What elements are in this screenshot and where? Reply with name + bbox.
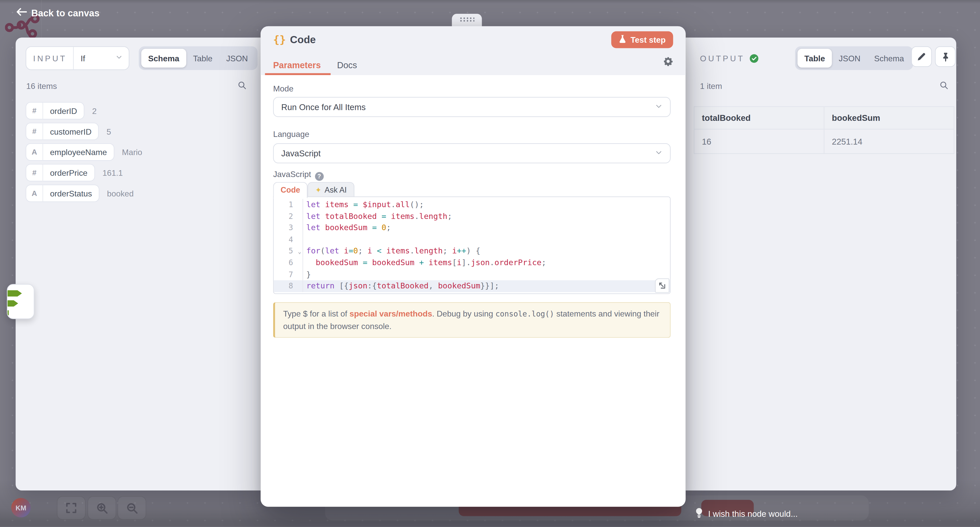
output-table-body: 162251.14 (694, 129, 954, 153)
schema-item: AemployeeNameMario (25, 144, 142, 160)
field-name: orderStatus (43, 188, 99, 198)
line-number: 6 (274, 257, 303, 269)
language-label: Language (273, 129, 309, 139)
field-name: employeeName (43, 147, 114, 157)
field-value: 161.1 (103, 168, 123, 177)
code-line[interactable]: return [{json:{totalBooked, bookedSum}}]… (303, 281, 670, 292)
mode-select[interactable]: Run Once for All Items (273, 97, 671, 117)
field-value: booked (107, 188, 134, 198)
code-line[interactable]: for(let i=0; i < items.length; i++) { (303, 246, 670, 257)
field-type-icon: A (26, 144, 43, 160)
zoom-in-button (88, 496, 116, 520)
language-select[interactable]: JavaScript (273, 143, 671, 163)
pencil-icon (917, 52, 926, 61)
tab-json[interactable]: JSON (832, 49, 867, 67)
code-line[interactable] (303, 234, 670, 246)
pin-data-button[interactable] (935, 46, 956, 67)
field-type-icon: # (26, 123, 43, 139)
schema-field-pill[interactable]: #customerID (25, 123, 99, 140)
line-number: 8 (274, 281, 303, 292)
line-number: 7 (274, 269, 303, 281)
wish-node-button[interactable]: I wish this node would... (695, 507, 797, 520)
lightbulb-icon (695, 507, 703, 520)
editor-hint: Type $ for a list of special vars/method… (273, 302, 671, 338)
drag-dots-icon (460, 17, 474, 22)
code-editor[interactable]: 1let items = $input.all();2let totalBook… (273, 196, 671, 294)
input-source-select[interactable]: If (74, 53, 129, 63)
code-line[interactable]: let items = $input.all(); (303, 199, 670, 211)
code-line[interactable]: let totalBooked = items.length; (303, 211, 670, 222)
pin-icon (941, 52, 950, 62)
expand-icon (658, 281, 667, 290)
schema-field-pill[interactable]: #orderPrice (25, 164, 95, 182)
screen: KM Back to canvas I wish this node would… (0, 0, 980, 527)
special-vars-link[interactable]: special vars/methods (350, 309, 432, 319)
code-lines: 1let items = $input.all();2let totalBook… (274, 197, 670, 292)
if-node-icon (7, 284, 34, 318)
code-line[interactable]: let bookedSum = 0; (303, 222, 670, 234)
field-type-icon: # (26, 103, 43, 119)
sparkles-icon: ✦ (315, 186, 321, 195)
if-node-badge[interactable] (7, 284, 35, 319)
success-check-icon (749, 54, 759, 63)
line-number: 4 (274, 234, 303, 246)
back-label: Back to canvas (31, 7, 100, 18)
modal-tabs: Parameters Docs (273, 60, 357, 70)
tab-json[interactable]: JSON (219, 49, 255, 67)
schema-field-pill[interactable]: AorderStatus (25, 184, 99, 202)
tab-table[interactable]: Table (186, 49, 219, 67)
tab-schema[interactable]: Schema (867, 49, 911, 67)
tab-ask-ai[interactable]: ✦ Ask AI (308, 182, 354, 198)
table-cell: 2251.14 (824, 129, 954, 153)
expand-editor-button[interactable] (655, 278, 670, 293)
node-title[interactable]: Code (290, 34, 316, 46)
table-row: 162251.14 (694, 129, 954, 153)
editor-label: JavaScript? (273, 169, 324, 180)
edit-output-button[interactable] (912, 46, 932, 67)
active-tab-underline (265, 73, 331, 75)
field-value: 5 (107, 127, 111, 136)
input-panel: INPUT If SchemaTableJSON 16 items #order… (16, 38, 261, 490)
editor-tabs: Code ✦ Ask AI (273, 182, 354, 198)
node-settings-gear-icon[interactable] (663, 56, 673, 69)
schema-field-pill[interactable]: AemployeeName (25, 143, 115, 161)
chevron-down-icon (654, 102, 663, 112)
zoom-out-button (118, 496, 146, 520)
modal-drag-handle[interactable] (452, 14, 482, 27)
input-items-count: 16 items (26, 81, 57, 91)
fold-icon[interactable]: ⌄ (298, 246, 301, 258)
modal-header: {} Code Test step Parameters Docs (261, 26, 686, 75)
back-to-canvas-button[interactable]: Back to canvas (16, 7, 100, 18)
input-source-box: INPUT If (25, 46, 129, 70)
code-node-icon: {} (273, 33, 286, 46)
tab-code[interactable]: Code (273, 182, 307, 198)
output-search-icon[interactable] (939, 81, 949, 93)
chevron-down-icon (654, 148, 663, 159)
input-search-icon[interactable] (238, 81, 247, 93)
column-header: bookedSum (824, 107, 954, 129)
line-number: 5⌄ (274, 246, 303, 257)
tab-schema[interactable]: Schema (141, 49, 186, 67)
table-cell: 16 (694, 129, 824, 153)
test-step-button[interactable]: Test step (611, 31, 673, 48)
tab-table[interactable]: Table (797, 49, 832, 67)
output-table: totalBookedbookedSum 162251.14 (694, 106, 954, 154)
field-name: orderID (43, 106, 84, 115)
output-items-count: 1 item (700, 81, 722, 91)
schema-field-pill[interactable]: #orderID (25, 102, 84, 120)
code-line[interactable]: bookedSum = bookedSum + items[i].json.or… (303, 257, 670, 269)
code-line[interactable]: } (303, 269, 670, 281)
line-number: 2 (274, 211, 303, 222)
output-table-header: totalBookedbookedSum (694, 107, 954, 129)
input-schema-list: #orderID2#customerID5AemployeeNameMario#… (25, 103, 142, 201)
avatar: KM (11, 498, 30, 517)
fit-view-button (57, 496, 86, 520)
schema-item: #customerID5 (25, 123, 142, 139)
output-view-tabs: TableJSONSchema (795, 46, 913, 70)
help-icon[interactable]: ? (315, 172, 324, 180)
output-label: OUTPUT (700, 54, 759, 63)
line-number: 1 (274, 199, 303, 211)
tab-docs[interactable]: Docs (337, 60, 357, 70)
tab-parameters[interactable]: Parameters (273, 60, 321, 70)
field-name: orderPrice (43, 168, 94, 177)
